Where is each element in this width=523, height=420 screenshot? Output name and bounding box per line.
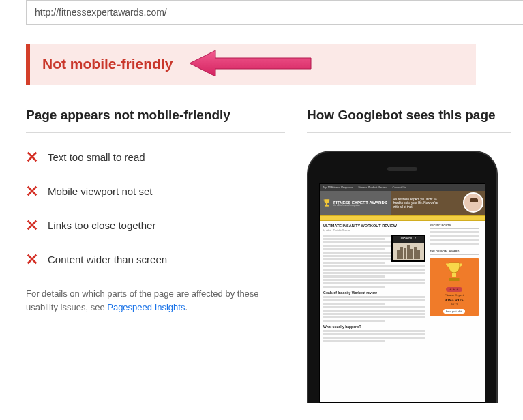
phone-mockup: Top 10 Fitness ProgramsFitness Product R… xyxy=(307,151,498,403)
page-preview: Top 10 Fitness ProgramsFitness Product R… xyxy=(319,183,485,403)
x-icon xyxy=(26,219,38,231)
preview-column: How Googlebot sees this page Top 10 Fitn… xyxy=(307,108,511,403)
footnote-text: . xyxy=(185,302,188,312)
annotation-arrow xyxy=(190,48,312,79)
issue-text: Mobile viewport not set xyxy=(48,185,152,197)
footnote: For details on which parts of the page a… xyxy=(26,287,271,314)
preview-article-title: ULTIMATE INSANITY WORKOUT REVIEW xyxy=(323,224,425,228)
list-item: Mobile viewport not set xyxy=(26,185,285,197)
preview-thumb: INSANITY xyxy=(391,235,425,262)
list-item: Text too small to read xyxy=(26,151,285,163)
avatar-image xyxy=(463,192,483,213)
trophy-icon xyxy=(322,198,331,208)
x-icon xyxy=(26,151,38,163)
list-item: Links too close together xyxy=(26,219,285,231)
issues-column: Page appears not mobile-friendly Text to… xyxy=(26,108,285,403)
issue-text: Text too small to read xyxy=(48,151,145,163)
x-icon xyxy=(26,253,38,265)
list-item: Content wider than screen xyxy=(26,253,285,265)
x-icon xyxy=(26,185,38,197)
trophy-icon xyxy=(442,260,466,285)
issue-list: Text too small to read Mobile viewport n… xyxy=(26,151,285,265)
award-badge: ★ ★ ★ Fitness ExpertAWARDS2013 be a part… xyxy=(430,258,479,316)
issue-text: Content wider than screen xyxy=(48,254,167,265)
alert-title: Not mobile-friendly xyxy=(42,56,173,72)
pagespeed-link[interactable]: Pagespeed Insights xyxy=(107,302,185,312)
preview-heading: How Googlebot sees this page xyxy=(307,108,511,133)
issues-heading: Page appears not mobile-friendly xyxy=(26,108,285,133)
phone-earpiece xyxy=(387,167,417,171)
alert-banner: Not mobile-friendly xyxy=(26,44,523,85)
issue-text: Links too close together xyxy=(48,220,155,231)
url-input[interactable]: http://fitnessexpertawards.com/ xyxy=(26,0,523,25)
